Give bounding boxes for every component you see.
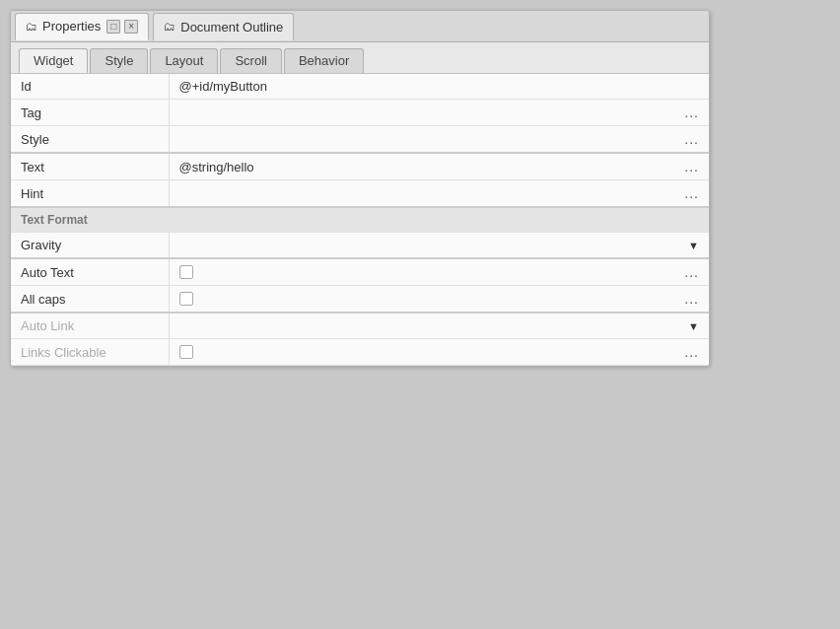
tag-dots[interactable]: ... [684, 105, 699, 120]
text-label: Text [11, 153, 169, 180]
style-label: Style [11, 126, 169, 154]
tab-properties[interactable]: 🗂 Properties □ × [15, 13, 149, 40]
all-caps-label: All caps [11, 286, 169, 314]
properties-table: Id @+id/myButton Tag ... Style ... [11, 74, 709, 366]
tag-label: Tag [11, 100, 169, 126]
properties-tab-icon: 🗂 [26, 20, 37, 34]
style-value-cell: ... [169, 126, 709, 154]
style-dots[interactable]: ... [684, 131, 699, 147]
table-row: Style ... [11, 126, 709, 154]
document-outline-tab-icon: 🗂 [164, 20, 175, 34]
auto-text-checkbox[interactable] [179, 265, 193, 279]
table-row: Links Clickable ... [11, 339, 709, 366]
property-tabs: Widget Style Layout Scroll Behavior [11, 42, 709, 74]
id-label: Id [11, 74, 169, 100]
gravity-value-cell[interactable]: ▼ [169, 233, 709, 259]
tab-document-outline[interactable]: 🗂 Document Outline [153, 13, 294, 40]
tag-value-cell: ... [169, 100, 709, 126]
auto-link-value-cell[interactable]: ▼ [169, 313, 709, 339]
table-row: Id @+id/myButton [11, 74, 709, 100]
table-row: Hint ... [11, 180, 709, 208]
hint-value-cell: ... [169, 180, 709, 208]
properties-tab-label: Properties [42, 19, 101, 34]
all-caps-dots[interactable]: ... [684, 291, 699, 307]
properties-panel: 🗂 Properties □ × 🗂 Document Outline Widg… [10, 10, 710, 367]
id-value-cell: @+id/myButton [169, 74, 709, 100]
minimize-button[interactable]: □ [106, 20, 120, 34]
text-value: @string/hello [179, 160, 254, 175]
hint-label: Hint [11, 180, 169, 208]
tab-bar: 🗂 Properties □ × 🗂 Document Outline [11, 11, 709, 42]
table-row: Tag ... [11, 100, 709, 126]
gravity-dropdown-arrow: ▼ [688, 240, 699, 251]
text-format-label: Text Format [11, 207, 709, 233]
auto-link-label: Auto Link [11, 313, 169, 339]
table-row: Text @string/hello ... [11, 153, 709, 180]
tab-layout[interactable]: Layout [150, 48, 218, 73]
document-outline-tab-label: Document Outline [180, 20, 283, 35]
id-value: @+id/myButton [179, 79, 267, 94]
links-clickable-value-cell: ... [169, 339, 709, 366]
links-clickable-label: Links Clickable [11, 339, 169, 366]
auto-text-value-cell: ... [169, 258, 709, 286]
tab-controls: □ × [106, 20, 138, 34]
all-caps-checkbox[interactable] [179, 292, 193, 306]
auto-text-dots[interactable]: ... [684, 264, 699, 280]
auto-text-label: Auto Text [11, 258, 169, 286]
close-button[interactable]: × [124, 20, 138, 34]
table-row: Auto Link ▼ [11, 313, 709, 339]
tab-scroll[interactable]: Scroll [220, 48, 282, 73]
tab-style[interactable]: Style [90, 48, 148, 73]
text-value-cell: @string/hello ... [169, 153, 709, 180]
table-row: All caps ... [11, 286, 709, 314]
table-row: Gravity ▼ [11, 233, 709, 259]
auto-link-dropdown-arrow: ▼ [688, 320, 699, 332]
table-row: Auto Text ... [11, 258, 709, 286]
all-caps-value-cell: ... [169, 286, 709, 314]
gravity-label: Gravity [11, 233, 169, 259]
tab-widget[interactable]: Widget [19, 48, 88, 73]
hint-dots[interactable]: ... [684, 185, 699, 201]
tab-behavior[interactable]: Behavior [284, 48, 364, 73]
links-clickable-checkbox[interactable] [179, 345, 193, 359]
text-format-section-header: Text Format [11, 207, 709, 233]
text-dots[interactable]: ... [684, 159, 699, 175]
links-clickable-dots[interactable]: ... [684, 344, 699, 360]
